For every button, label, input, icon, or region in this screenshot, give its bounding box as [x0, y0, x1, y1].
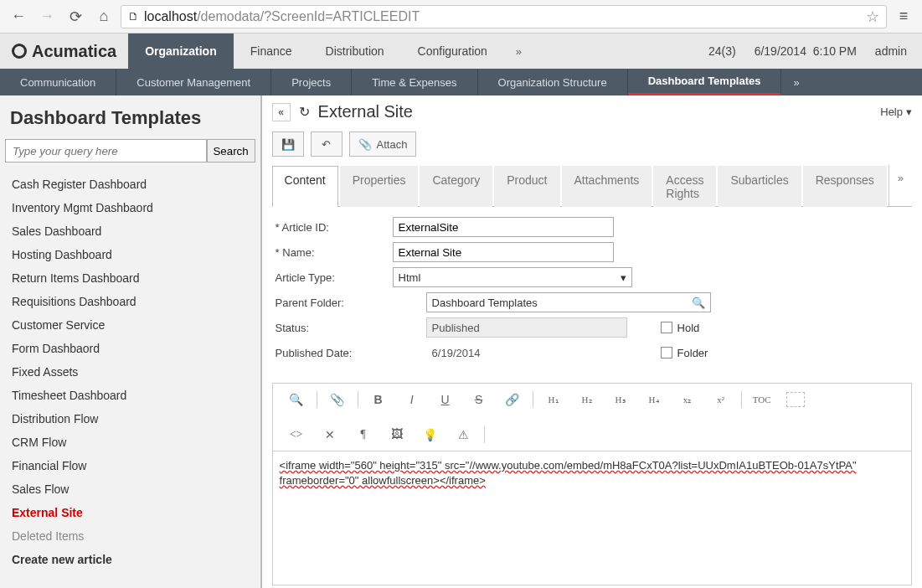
editor-body[interactable]: <iframe width="560" height="315" src="//…	[272, 451, 912, 585]
top-tab-distribution[interactable]: Distribution	[309, 34, 401, 69]
sidebar-item[interactable]: Deleted Items	[10, 524, 250, 548]
sidebar-item[interactable]: Timesheet Dashboard	[10, 384, 250, 407]
sidebar-search-input[interactable]	[5, 139, 207, 162]
refresh-icon[interactable]: ↻	[299, 104, 310, 120]
sidebar-item[interactable]: Fixed Assets	[10, 360, 250, 384]
tab-category[interactable]: Category	[420, 166, 492, 207]
article-type-select[interactable]: Html▾	[393, 267, 632, 287]
label-name: Name:	[276, 246, 393, 259]
sidebar-item[interactable]: Cash Register Dashboard	[10, 173, 250, 196]
tab-content[interactable]: Content	[272, 166, 338, 207]
sidebar-item-create[interactable]: Create new article	[10, 548, 250, 571]
folder-checkbox[interactable]	[661, 347, 672, 358]
editor-bold-icon[interactable]: B	[362, 389, 395, 410]
sidebar-item[interactable]: Sales Dashboard	[10, 219, 250, 243]
subnav-dashboard-templates[interactable]: Dashboard Templates	[628, 69, 782, 95]
editor-strike-icon[interactable]: S	[462, 389, 496, 410]
editor-content-text: <iframe width="560" height="315" src="//…	[280, 459, 857, 487]
address-bar[interactable]: 🗋 localhost/demodata/?ScreenId=ARTICLEED…	[121, 5, 887, 28]
parent-folder-lookup[interactable]: Dashboard Templates🔍	[426, 292, 711, 312]
reload-button[interactable]: ⟳	[64, 5, 87, 28]
browser-menu-icon[interactable]: ≡	[892, 5, 915, 28]
editor-select-icon[interactable]	[786, 392, 805, 407]
sidebar: Dashboard Templates Search Cash Register…	[0, 95, 262, 588]
editor-image-icon[interactable]: 🖼	[380, 424, 414, 446]
sidebar-item[interactable]: Customer Service	[10, 313, 250, 337]
url-path: /demodata/?ScreenId=ARTICLEEDIT	[197, 9, 420, 23]
header-user[interactable]: admin	[875, 44, 907, 58]
tab-properties[interactable]: Properties	[340, 166, 419, 207]
editor-toc-icon[interactable]: TOC	[745, 389, 779, 410]
attach-button[interactable]: 📎Attach	[349, 132, 417, 157]
sidebar-item[interactable]: Inventory Mgmt Dashbaord	[10, 196, 250, 219]
save-button[interactable]: 💾	[272, 132, 304, 157]
subnav-org-structure[interactable]: Organization Structure	[478, 69, 628, 95]
tab-responses[interactable]: Responses	[803, 166, 887, 207]
editor-h4-icon[interactable]: H₄	[637, 389, 671, 410]
editor-attach-icon[interactable]: 📎	[321, 389, 354, 410]
editor-h1-icon[interactable]: H₁	[537, 389, 570, 410]
editor-subscript-icon[interactable]: x₂	[671, 389, 704, 410]
sidebar-item[interactable]: CRM Flow	[10, 431, 250, 454]
top-tab-finance[interactable]: Finance	[234, 34, 309, 69]
bookmark-icon[interactable]: ☆	[866, 8, 879, 26]
editor-italic-icon[interactable]: I	[395, 389, 429, 410]
subnav-time-expenses[interactable]: Time & Expenses	[352, 69, 477, 95]
sidebar-item[interactable]: Distribution Flow	[10, 407, 250, 431]
tab-product[interactable]: Product	[494, 166, 559, 207]
article-id-input[interactable]	[393, 217, 614, 237]
editor-underline-icon[interactable]: U	[429, 389, 462, 410]
editor-code-icon[interactable]: <>	[280, 424, 313, 446]
subnav-customer-management[interactable]: Customer Management	[116, 69, 271, 95]
brand: Acumatica	[0, 34, 128, 69]
tab-attachments[interactable]: Attachments	[562, 166, 652, 207]
hold-checkbox-wrap[interactable]: Hold	[661, 322, 700, 334]
editor-h2-icon[interactable]: H₂	[570, 389, 604, 410]
notification-count[interactable]: 24(3)	[708, 44, 736, 58]
forward-button[interactable]: →	[35, 5, 59, 28]
home-button[interactable]: ⌂	[92, 5, 116, 28]
editor-clear-icon[interactable]: ✕	[313, 424, 347, 446]
name-input[interactable]	[393, 242, 614, 262]
editor-warning-icon[interactable]: ⚠	[447, 424, 481, 446]
sidebar-item[interactable]: Hosting Dashboard	[10, 243, 250, 266]
tab-subarticles[interactable]: Subarticles	[718, 166, 801, 207]
page-icon: 🗋	[128, 10, 139, 23]
subnav-more-icon[interactable]: »	[781, 69, 811, 95]
top-tab-configuration[interactable]: Configuration	[401, 34, 504, 69]
editor-superscript-icon[interactable]: x²	[704, 389, 738, 410]
sidebar-title: Dashboard Templates	[5, 104, 255, 139]
subnav-projects[interactable]: Projects	[271, 69, 352, 95]
hold-label: Hold	[677, 322, 700, 334]
subnav-communication[interactable]: Communication	[0, 69, 116, 95]
help-menu[interactable]: Help▾	[880, 106, 912, 118]
top-tab-organization[interactable]: Organization	[128, 34, 234, 69]
editor-idea-icon[interactable]: 💡	[414, 424, 447, 446]
sidebar-item[interactable]: Requisitions Dashboard	[10, 290, 250, 313]
tab-access-rights[interactable]: Access Rights	[653, 166, 716, 207]
sidebar-item[interactable]: Financial Flow	[10, 454, 250, 477]
tabs-more-icon[interactable]: »	[889, 165, 912, 206]
back-button[interactable]: ←	[7, 5, 30, 28]
sub-nav: Communication Customer Management Projec…	[0, 69, 922, 95]
undo-button[interactable]: ↶	[311, 132, 343, 157]
collapse-sidebar-button[interactable]: «	[272, 103, 291, 121]
sidebar-item-selected[interactable]: External Site	[10, 501, 250, 524]
folder-label: Folder	[677, 347, 708, 359]
sidebar-search-button[interactable]: Search	[207, 139, 255, 162]
top-tabs-more-icon[interactable]: »	[504, 34, 533, 69]
sidebar-item[interactable]: Sales Flow	[10, 477, 250, 501]
hold-checkbox[interactable]	[661, 322, 672, 333]
editor-link-icon[interactable]: 🔗	[496, 389, 529, 410]
sidebar-item[interactable]: Return Items Dashboard	[10, 266, 250, 290]
label-status: Status:	[276, 322, 426, 334]
editor-search-icon[interactable]: 🔍	[280, 389, 313, 410]
editor-pilcrow-icon[interactable]: ¶	[347, 424, 380, 446]
search-icon: 🔍	[692, 297, 705, 309]
folder-checkbox-wrap[interactable]: Folder	[661, 347, 708, 359]
editor-h3-icon[interactable]: H₃	[604, 389, 637, 410]
label-published-date: Published Date:	[276, 347, 426, 359]
header-time: 6:10 PM	[813, 44, 857, 58]
brand-logo-icon	[12, 44, 27, 59]
sidebar-item[interactable]: Form Dashbaord	[10, 337, 250, 360]
